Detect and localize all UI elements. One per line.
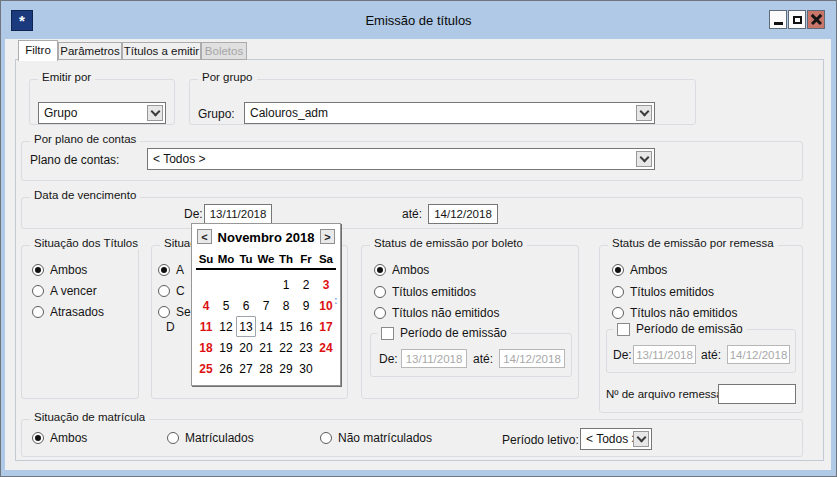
close-button[interactable] (807, 10, 825, 29)
radio-boleto-ambos-label[interactable]: Ambos (392, 263, 429, 277)
radio-situacao-a-vencer-label[interactable]: A vencer (50, 284, 97, 298)
remessa-periodo-checkbox[interactable] (617, 323, 630, 336)
calendar-day[interactable]: 6 (236, 295, 256, 316)
calendar-day[interactable]: 28 (256, 358, 276, 379)
calendar-day[interactable]: 14 (256, 316, 276, 337)
radio-remessa-nao-emitidos-label[interactable]: Títulos não emitidos (630, 306, 737, 320)
calendar-day[interactable]: 10 (316, 295, 336, 316)
chevron-down-icon[interactable] (147, 105, 163, 121)
radio-boleto-nao-emitidos[interactable] (374, 307, 386, 319)
chevron-down-icon[interactable] (633, 431, 649, 447)
calendar-weekday: Mo (216, 251, 236, 267)
calendar-day[interactable]: 9 (296, 295, 316, 316)
calendar-day[interactable]: 2 (296, 274, 316, 295)
radio-matricula-ambos-label[interactable]: Ambos (50, 431, 87, 445)
radio-remessa-emitidos-label[interactable]: Títulos emitidos (630, 285, 714, 299)
calendar-day[interactable]: 3 (316, 274, 336, 295)
calendar-empty-cell (236, 274, 256, 295)
group-por-grupo: Por grupo Grupo: Calouros_adm (189, 79, 696, 125)
group-por-grupo-title: Por grupo (198, 71, 257, 83)
calendar-month-label: Novembro 2018 (192, 230, 340, 245)
vencimento-de-label: De: (184, 207, 203, 221)
tab-parametros[interactable]: Parâmetros (58, 42, 122, 60)
calendar-day[interactable]: 7 (256, 295, 276, 316)
radio-nao-matriculados[interactable] (320, 432, 332, 444)
radio-situacao-a-vencer[interactable] (32, 285, 44, 297)
calendar-day[interactable]: 25 (196, 358, 216, 379)
radio-matricula-ambos[interactable] (32, 432, 44, 444)
radio-remessa-ambos-label[interactable]: Ambos (630, 263, 667, 277)
calendar-day[interactable]: 5 (216, 295, 236, 316)
boleto-periodo-ate-input: 14/12/2018 (499, 349, 565, 368)
calendar-day[interactable]: 23 (296, 337, 316, 358)
calendar-day[interactable]: 21 (256, 337, 276, 358)
chevron-down-icon[interactable] (636, 105, 652, 121)
calendar-grid: 1234567891011121314151617181920212223242… (196, 274, 336, 379)
radio-matriculados[interactable] (167, 432, 179, 444)
calendar-day[interactable]: 11 (196, 316, 216, 337)
oculta-de-label: D (166, 320, 175, 334)
group-status-boleto: Status de emissão por boleto Ambos Títul… (361, 245, 579, 399)
boleto-periodo-de-label: De: (379, 352, 398, 366)
vencimento-ate-input[interactable]: 14/12/2018 (428, 204, 498, 224)
radio-remessa-ambos[interactable] (612, 264, 624, 276)
calendar-day[interactable]: 1 (276, 274, 296, 295)
radio-oculta-2-label[interactable]: C (176, 284, 185, 298)
calendar-day[interactable]: 30 (296, 358, 316, 379)
radio-situacao-ambos-label[interactable]: Ambos (50, 263, 87, 277)
calendar-day[interactable]: 19 (216, 337, 236, 358)
periodo-letivo-value: < Todos > (586, 432, 639, 446)
boleto-periodo-label[interactable]: Período de emissão (400, 326, 507, 340)
radio-boleto-nao-emitidos-label[interactable]: Títulos não emitidos (392, 306, 499, 320)
radio-oculta-3-label[interactable]: Se (176, 305, 191, 319)
radio-oculta-2[interactable] (158, 285, 170, 297)
calendar-day[interactable]: 12 (216, 316, 236, 337)
radio-oculta-3[interactable] (158, 306, 170, 318)
minimize-icon (774, 22, 783, 25)
window-title: Emissão de títulos (1, 13, 836, 28)
calendar-day[interactable]: 24 (316, 337, 336, 358)
radio-situacao-atrasados-label[interactable]: Atrasados (50, 305, 104, 319)
radio-nao-matriculados-label[interactable]: Não matrículados (338, 431, 432, 445)
calendar-day[interactable]: 17 (316, 316, 336, 337)
chevron-down-icon[interactable] (636, 151, 652, 167)
calendar-day[interactable]: 18 (196, 337, 216, 358)
calendar-empty-cell (196, 274, 216, 295)
calendar-divider (196, 268, 336, 270)
radio-remessa-emitidos[interactable] (612, 286, 624, 298)
vencimento-de-input[interactable]: 13/11/2018 (204, 204, 272, 224)
title-bar[interactable]: * Emissão de títulos (1, 1, 836, 39)
calendar-day[interactable]: 20 (236, 337, 256, 358)
calendar-day[interactable]: 13 (236, 316, 256, 337)
grupo-combobox[interactable]: Calouros_adm (244, 102, 655, 124)
boleto-periodo-checkbox[interactable] (381, 327, 394, 340)
arquivo-remessa-input[interactable] (718, 384, 796, 404)
radio-oculta-1-label[interactable]: A (176, 263, 184, 277)
radio-situacao-atrasados[interactable] (32, 306, 44, 318)
periodo-letivo-combobox[interactable]: < Todos > (580, 428, 652, 450)
calendar-day[interactable]: 16 (296, 316, 316, 337)
tab-titulos-a-emitir[interactable]: Títulos a emitir (122, 42, 201, 60)
radio-oculta-1[interactable] (158, 264, 170, 276)
calendar-day[interactable]: 27 (236, 358, 256, 379)
radio-matriculados-label[interactable]: Matrículados (185, 431, 254, 445)
radio-situacao-ambos[interactable] (32, 264, 44, 276)
maximize-button[interactable] (788, 10, 806, 29)
calendar-day[interactable]: 22 (276, 337, 296, 358)
plano-contas-combobox[interactable]: < Todos > (147, 148, 655, 170)
radio-boleto-emitidos[interactable] (374, 286, 386, 298)
calendar-day[interactable]: 4 (196, 295, 216, 316)
radio-boleto-emitidos-label[interactable]: Títulos emitidos (392, 285, 476, 299)
calendar-day[interactable]: 29 (276, 358, 296, 379)
calendar-day[interactable]: 8 (276, 295, 296, 316)
calendar-empty-cell (316, 358, 336, 379)
remessa-periodo-group: Período de emissão De: 13/11/2018 até: 1… (606, 329, 796, 373)
remessa-periodo-label[interactable]: Período de emissão (636, 322, 743, 336)
minimize-button[interactable] (769, 10, 787, 29)
tab-filtro[interactable]: Filtro (18, 40, 58, 61)
radio-remessa-nao-emitidos[interactable] (612, 307, 624, 319)
emitir-por-combobox[interactable]: Grupo (38, 102, 166, 124)
calendar-day[interactable]: 15 (276, 316, 296, 337)
calendar-day[interactable]: 26 (216, 358, 236, 379)
radio-boleto-ambos[interactable] (374, 264, 386, 276)
